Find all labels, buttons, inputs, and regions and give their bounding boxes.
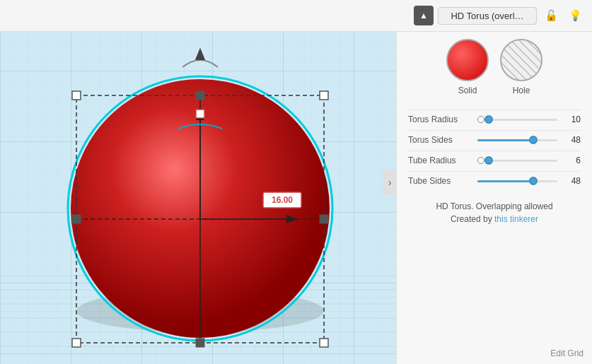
svg-rect-26	[72, 215, 81, 223]
right-panel: Solid Hole Torus Radius 10	[396, 0, 592, 364]
bulb-button[interactable]: 💡	[565, 6, 585, 25]
solid-selector[interactable]: Solid	[446, 39, 489, 95]
scroll-arrow-icon: ›	[388, 177, 392, 188]
collapse-button[interactable]: ▲	[414, 6, 434, 25]
description-line1: HD Torus. Overlapping allowed	[408, 201, 581, 211]
hole-label: Hole	[513, 86, 530, 95]
torus-radius-row: Torus Radius 10	[408, 110, 581, 129]
solid-icon	[446, 39, 489, 81]
torus-sides-slider[interactable]	[477, 139, 557, 141]
svg-rect-27	[320, 215, 328, 223]
description-section: HD Torus. Overlapping allowed Created by…	[408, 201, 581, 224]
tube-radius-label: Tube Radius	[408, 155, 472, 165]
hole-icon	[500, 39, 542, 81]
created-by-text: Created by	[451, 214, 492, 224]
tube-sides-label: Tube Sides	[408, 176, 472, 186]
torus-radius-value: 10	[563, 115, 581, 124]
svg-rect-28	[196, 110, 204, 118]
shape-title: HD Torus (overl…	[438, 7, 537, 25]
svg-text:16.00: 16.00	[272, 195, 293, 205]
torus-radius-slider[interactable]	[477, 116, 557, 123]
top-toolbar: ▲ HD Torus (overl… 🔓 💡	[0, 0, 592, 32]
tube-radius-row: Tube Radius 6	[408, 151, 581, 170]
torus-radius-circle	[477, 116, 484, 123]
tube-sides-slider[interactable]	[477, 180, 557, 182]
params-section: Torus Radius 10 Torus Sides	[408, 110, 581, 190]
svg-rect-20	[72, 91, 81, 100]
solid-label: Solid	[458, 86, 477, 95]
torus-radius-track	[489, 119, 557, 121]
description-line2: Created by this tinkerer	[408, 214, 581, 224]
viewport: 16.00	[0, 0, 396, 364]
tube-radius-track	[489, 160, 557, 162]
scroll-arrow-button[interactable]: ›	[383, 170, 396, 195]
tube-sides-row: Tube Sides 48	[408, 171, 581, 190]
torus-sides-track	[477, 139, 557, 141]
torus-sides-label: Torus Sides	[408, 135, 472, 145]
lock-icon: 🔓	[545, 9, 558, 22]
torus-sides-value: 48	[563, 135, 581, 145]
grid-canvas: 16.00	[0, 0, 396, 364]
svg-rect-23	[320, 339, 328, 347]
lock-button[interactable]: 🔓	[541, 6, 561, 25]
svg-rect-24	[196, 91, 204, 100]
tube-radius-value: 6	[563, 155, 581, 165]
tube-sides-value: 48	[563, 176, 581, 186]
torus-radius-label: Torus Radius	[408, 115, 472, 124]
tube-sides-track	[477, 180, 557, 182]
tube-radius-circle	[477, 157, 484, 164]
tube-radius-slider[interactable]	[477, 157, 557, 164]
hole-selector[interactable]: Hole	[500, 39, 542, 95]
shape-type-row: Solid Hole	[408, 39, 581, 95]
edit-grid-label: Edit Grid	[550, 348, 584, 358]
collapse-icon: ▲	[419, 11, 428, 20]
svg-rect-21	[320, 91, 328, 100]
bulb-icon: 💡	[569, 9, 582, 22]
torus-sides-row: Torus Sides 48	[408, 130, 581, 149]
tinkerer-link[interactable]: this tinkerer	[494, 214, 538, 224]
svg-rect-22	[72, 339, 81, 347]
svg-rect-25	[196, 339, 204, 347]
